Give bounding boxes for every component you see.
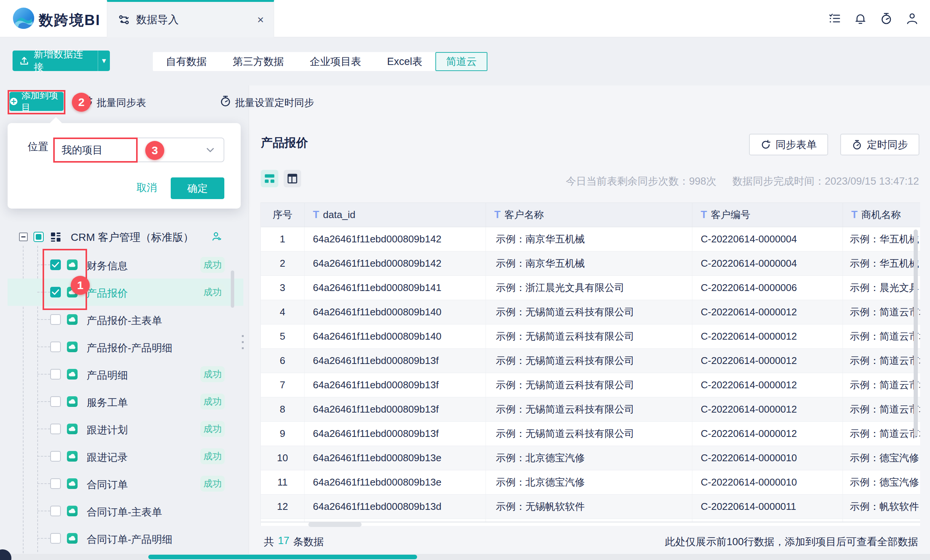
filter-icon[interactable]: T — [494, 209, 501, 221]
timer-icon[interactable] — [880, 12, 893, 25]
dropdown-caret-icon[interactable]: ▼ — [98, 57, 110, 65]
cell-customer: 示例：无锡帆软软件 — [486, 495, 692, 519]
cell-customer: 示例：无锡简道云科技有限公司 — [486, 422, 692, 446]
app-logo-icon — [13, 8, 34, 29]
page-scrollbar-track[interactable] — [0, 554, 930, 560]
annotation-circle-step3: 3 — [145, 141, 164, 160]
cell-code: C-20220614-0000010 — [692, 446, 843, 470]
timed-sync-button[interactable]: 定时同步 — [840, 134, 919, 155]
add-to-project-button[interactable]: 添加到项目 — [10, 92, 63, 111]
tree-root-node[interactable]: CRM 客户管理（标准版） — [8, 228, 243, 246]
tree-item-label: 合同订单-主表单 — [87, 505, 162, 519]
table-row[interactable]: 1164a26461f11ebd000809b13e示例：北京德宝汽修C-202… — [261, 470, 920, 495]
collapse-icon[interactable] — [19, 233, 28, 241]
page-scrollbar-thumb[interactable] — [148, 555, 417, 559]
column-header-2[interactable]: T客户名称 — [486, 203, 692, 227]
add-data-connection-label: 新增数据连接 — [33, 47, 91, 74]
column-header-1[interactable]: Tdata_id — [305, 203, 486, 227]
checkbox-unchecked[interactable] — [50, 424, 61, 434]
cell-opportunity: 示例：华五机械 — [843, 252, 920, 275]
stopwatch-icon — [852, 139, 862, 150]
cell-data_id: 64a26461f11ebd000809b142 — [305, 227, 486, 251]
preview-limit-note: 此处仅展示前100行数据，添加到项目后可查看全部数据 — [665, 535, 918, 549]
data-preview-table: 序号Tdata_idT客户名称T客户编号T商机名称 164a26461f11eb… — [260, 202, 920, 526]
tree-item[interactable]: 产品报价-主表单 — [8, 306, 243, 333]
cell-customer: 示例：浙江晨光文具有限公司 — [486, 276, 692, 300]
table-row[interactable]: 464a26461f11ebd000809b140示例：无锡简道云科技有限公司C… — [261, 300, 920, 324]
source-tab-4[interactable]: 简道云 — [435, 52, 487, 71]
tree-item[interactable]: 跟进记录成功 — [8, 443, 243, 470]
checkbox-unchecked[interactable] — [50, 478, 61, 489]
table-row[interactable]: 364a26461f11ebd000809b141示例：浙江晨光文具有限公司C-… — [261, 276, 920, 300]
checkbox-unchecked[interactable] — [50, 396, 61, 407]
source-tab-2[interactable]: 企业项目表 — [297, 55, 374, 68]
source-tab-1[interactable]: 第三方数据 — [220, 55, 297, 68]
filter-icon[interactable]: T — [701, 209, 707, 221]
table-row[interactable]: 664a26461f11ebd000809b13f示例：无锡简道云科技有限公司C… — [261, 349, 920, 373]
tree-item[interactable]: 产品报价-产品明细 — [8, 333, 243, 361]
tree-item-label: 产品报价-产品明细 — [87, 341, 172, 355]
checkbox-checked[interactable] — [50, 259, 61, 270]
table-row[interactable]: 164a26461f11ebd000809b142示例：南京华五机械C-2022… — [261, 227, 920, 252]
view-toggle-form[interactable] — [261, 170, 278, 187]
checkbox-unchecked[interactable] — [50, 314, 61, 325]
cell-code: C-20220614-0000012 — [692, 324, 843, 348]
tab-close-icon[interactable]: × — [257, 13, 264, 26]
checkbox-unchecked[interactable] — [50, 506, 61, 516]
column-header-3[interactable]: T客户编号 — [692, 203, 843, 227]
add-data-connection-button[interactable]: 新增数据连接 ▼ — [13, 51, 110, 71]
cell-code: C-20220614-0000006 — [692, 276, 843, 300]
table-row[interactable]: 1264a26461f11ebd000809b13d示例：无锡帆软软件C-202… — [261, 495, 920, 519]
table-row[interactable]: 264a26461f11ebd000809b142示例：南京华五机械C-2022… — [261, 252, 920, 276]
table-row[interactable]: 764a26461f11ebd000809b13f示例：无锡简道云科技有限公司C… — [261, 373, 920, 397]
sync-form-button[interactable]: 同步表单 — [749, 134, 828, 155]
tab-data-import[interactable]: 数据导入 × — [107, 0, 274, 37]
tree-item[interactable]: 服务工单成功 — [8, 388, 243, 415]
filter-icon[interactable]: T — [851, 209, 858, 221]
cell-data_id: 64a26461f11ebd000809b142 — [305, 252, 486, 275]
sync-status-bar: 今日当前表剩余同步次数：998次 数据同步完成时间：2023/09/15 13:… — [566, 174, 919, 188]
root-checkbox-indeterminate[interactable] — [33, 232, 44, 242]
location-select[interactable]: 我的项目 — [53, 138, 224, 162]
tree-item[interactable]: 跟进计划成功 — [8, 415, 243, 443]
column-header-4[interactable]: T商机名称 — [843, 203, 920, 227]
batch-sync-tables-button[interactable]: 批量同步表 — [97, 96, 146, 109]
table-row[interactable]: 564a26461f11ebd000809b140示例：无锡简道云科技有限公司C… — [261, 324, 920, 349]
checkbox-checked[interactable] — [50, 287, 61, 297]
table-vertical-scrollbar-thumb[interactable] — [914, 229, 918, 437]
notification-bell-icon[interactable] — [854, 12, 867, 25]
column-label: data_id — [323, 209, 355, 221]
cell-seq: 2 — [261, 252, 305, 275]
table-row[interactable]: 964a26461f11ebd000809b13f示例：无锡简道云科技有限公司C… — [261, 422, 920, 446]
user-icon[interactable] — [906, 12, 919, 25]
confirm-button[interactable]: 确定 — [171, 177, 224, 199]
source-tab-3[interactable]: Excel表 — [374, 55, 435, 68]
source-tab-0[interactable]: 自有数据 — [153, 55, 220, 68]
checkbox-unchecked[interactable] — [50, 451, 61, 462]
cell-customer: 示例：北京德宝汽修 — [486, 470, 692, 494]
add-to-project-popup: 位置 我的项目 取消 确定 — [8, 123, 241, 209]
table-row[interactable]: 864a26461f11ebd000809b13f示例：无锡简道云科技有限公司C… — [261, 397, 920, 422]
tree-item[interactable]: 合同订单成功 — [8, 470, 243, 497]
batch-schedule-sync-button[interactable]: 批量设置定时同步 — [235, 96, 314, 109]
table-row[interactable]: 1064a26461f11ebd000809b13e示例：北京德宝汽修C-202… — [261, 446, 920, 470]
tree-item[interactable]: 产品明细成功 — [8, 361, 243, 388]
divider-drag-handle[interactable] — [242, 335, 244, 353]
task-list-icon[interactable] — [828, 12, 841, 25]
checkbox-unchecked[interactable] — [50, 369, 61, 380]
view-toggle-table[interactable] — [284, 170, 301, 187]
tree-item[interactable]: 财务信息成功 — [8, 251, 243, 278]
tree-item[interactable]: 合同订单-产品明细 — [8, 525, 243, 552]
tree-item[interactable]: 合同订单-主表单 — [8, 497, 243, 525]
checkbox-unchecked[interactable] — [50, 342, 61, 352]
filter-icon[interactable]: T — [313, 209, 319, 221]
table-horizontal-scrollbar-thumb[interactable] — [308, 522, 362, 527]
permission-user-icon[interactable] — [211, 231, 222, 242]
status-badge: 成功 — [200, 366, 225, 382]
cancel-button[interactable]: 取消 — [136, 181, 157, 195]
tree-item[interactable]: 产品报价成功 — [8, 278, 243, 306]
checkbox-unchecked[interactable] — [50, 533, 61, 544]
cell-seq: 7 — [261, 373, 305, 397]
cell-opportunity: 示例：简道云市场 — [843, 300, 920, 324]
tree-scrollbar-thumb[interactable] — [231, 271, 234, 308]
